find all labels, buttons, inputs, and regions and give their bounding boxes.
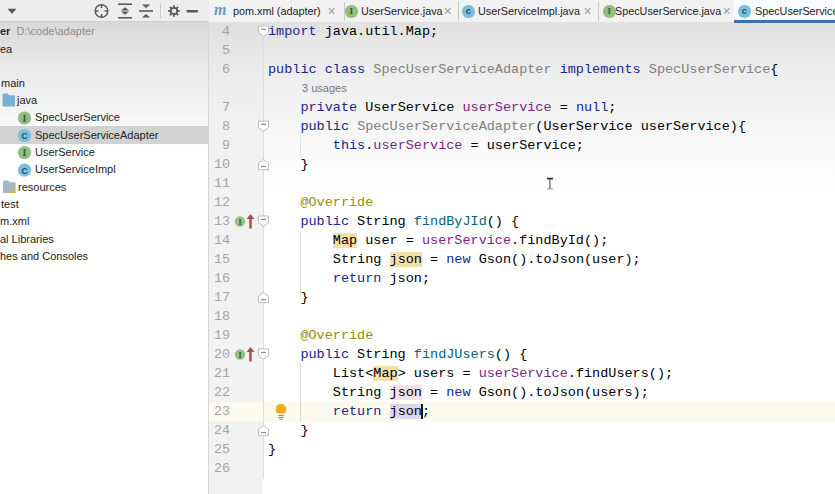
svg-text:I: I <box>238 351 241 360</box>
svg-text:C: C <box>21 166 27 176</box>
svg-text:I: I <box>23 147 27 158</box>
svg-text:I: I <box>238 218 241 227</box>
svg-text:C: C <box>21 131 27 141</box>
svg-text:I: I <box>23 113 27 124</box>
